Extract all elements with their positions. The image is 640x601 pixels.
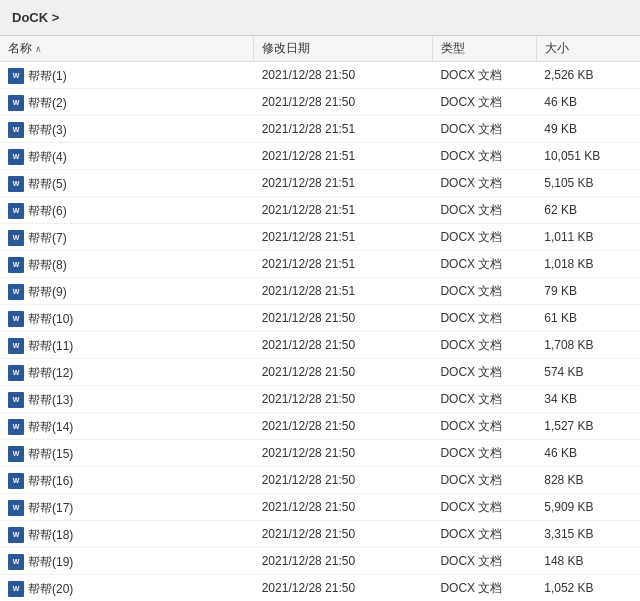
- file-type-cell: DOCX 文档: [432, 62, 536, 89]
- docx-icon: W: [8, 392, 24, 408]
- file-date-cell: 2021/12/28 21:50: [254, 332, 433, 359]
- file-name: 帮帮(8): [28, 255, 67, 275]
- file-name-cell: W帮帮(16): [0, 467, 254, 494]
- file-name-cell: W帮帮(9): [0, 278, 254, 305]
- file-size-cell: 46 KB: [536, 440, 640, 467]
- docx-icon: W: [8, 554, 24, 570]
- col-header-date[interactable]: 修改日期: [254, 36, 433, 62]
- table-row[interactable]: W帮帮(20)2021/12/28 21:50DOCX 文档1,052 KB: [0, 575, 640, 602]
- file-size-cell: 5,909 KB: [536, 494, 640, 521]
- file-date-cell: 2021/12/28 21:50: [254, 413, 433, 440]
- file-name: 帮帮(17): [28, 498, 73, 518]
- file-name-cell: W帮帮(18): [0, 521, 254, 548]
- file-name: 帮帮(2): [28, 93, 67, 113]
- file-type-cell: DOCX 文档: [432, 197, 536, 224]
- table-row[interactable]: W帮帮(3)2021/12/28 21:51DOCX 文档49 KB: [0, 116, 640, 143]
- table-row[interactable]: W帮帮(5)2021/12/28 21:51DOCX 文档5,105 KB: [0, 170, 640, 197]
- file-name: 帮帮(12): [28, 363, 73, 383]
- docx-icon: W: [8, 446, 24, 462]
- docx-icon: W: [8, 311, 24, 327]
- file-name-cell: W帮帮(3): [0, 116, 254, 143]
- docx-icon: W: [8, 473, 24, 489]
- file-type-cell: DOCX 文档: [432, 332, 536, 359]
- file-type-cell: DOCX 文档: [432, 494, 536, 521]
- file-type-cell: DOCX 文档: [432, 386, 536, 413]
- file-type-cell: DOCX 文档: [432, 116, 536, 143]
- table-row[interactable]: W帮帮(4)2021/12/28 21:51DOCX 文档10,051 KB: [0, 143, 640, 170]
- table-row[interactable]: W帮帮(1)2021/12/28 21:50DOCX 文档2,526 KB: [0, 62, 640, 89]
- file-date-cell: 2021/12/28 21:50: [254, 386, 433, 413]
- header-bar: DoCK >: [0, 0, 640, 36]
- file-name: 帮帮(4): [28, 147, 67, 167]
- docx-icon: W: [8, 284, 24, 300]
- file-name-cell: W帮帮(5): [0, 170, 254, 197]
- file-name-cell: W帮帮(19): [0, 548, 254, 575]
- table-row[interactable]: W帮帮(2)2021/12/28 21:50DOCX 文档46 KB: [0, 89, 640, 116]
- file-name: 帮帮(11): [28, 336, 73, 356]
- file-name-cell: W帮帮(17): [0, 494, 254, 521]
- file-date-cell: 2021/12/28 21:51: [254, 197, 433, 224]
- file-date-cell: 2021/12/28 21:51: [254, 170, 433, 197]
- file-size-cell: 574 KB: [536, 359, 640, 386]
- table-row[interactable]: W帮帮(13)2021/12/28 21:50DOCX 文档34 KB: [0, 386, 640, 413]
- table-row[interactable]: W帮帮(18)2021/12/28 21:50DOCX 文档3,315 KB: [0, 521, 640, 548]
- file-name-cell: W帮帮(11): [0, 332, 254, 359]
- file-size-cell: 5,105 KB: [536, 170, 640, 197]
- file-size-cell: 1,011 KB: [536, 224, 640, 251]
- col-header-type[interactable]: 类型: [432, 36, 536, 62]
- file-date-cell: 2021/12/28 21:51: [254, 251, 433, 278]
- col-header-size[interactable]: 大小: [536, 36, 640, 62]
- docx-icon: W: [8, 95, 24, 111]
- table-row[interactable]: W帮帮(14)2021/12/28 21:50DOCX 文档1,527 KB: [0, 413, 640, 440]
- file-type-cell: DOCX 文档: [432, 224, 536, 251]
- table-row[interactable]: W帮帮(9)2021/12/28 21:51DOCX 文档79 KB: [0, 278, 640, 305]
- sort-arrow-name: ∧: [35, 44, 42, 54]
- file-name: 帮帮(10): [28, 309, 73, 329]
- file-date-cell: 2021/12/28 21:50: [254, 467, 433, 494]
- file-name-cell: W帮帮(7): [0, 224, 254, 251]
- table-row[interactable]: W帮帮(8)2021/12/28 21:51DOCX 文档1,018 KB: [0, 251, 640, 278]
- table-header: 名称 ∧ 修改日期 类型 大小: [0, 36, 640, 62]
- table-row[interactable]: W帮帮(10)2021/12/28 21:50DOCX 文档61 KB: [0, 305, 640, 332]
- file-date-cell: 2021/12/28 21:51: [254, 116, 433, 143]
- file-type-cell: DOCX 文档: [432, 89, 536, 116]
- file-name: 帮帮(19): [28, 552, 73, 572]
- file-type-cell: DOCX 文档: [432, 305, 536, 332]
- file-date-cell: 2021/12/28 21:50: [254, 575, 433, 602]
- file-date-cell: 2021/12/28 21:50: [254, 359, 433, 386]
- file-table: 名称 ∧ 修改日期 类型 大小 W帮帮(1)2021/12/28 21:50DO…: [0, 36, 640, 601]
- file-size-cell: 1,052 KB: [536, 575, 640, 602]
- docx-icon: W: [8, 257, 24, 273]
- table-row[interactable]: W帮帮(19)2021/12/28 21:50DOCX 文档148 KB: [0, 548, 640, 575]
- file-type-cell: DOCX 文档: [432, 521, 536, 548]
- file-name: 帮帮(20): [28, 579, 73, 599]
- table-row[interactable]: W帮帮(16)2021/12/28 21:50DOCX 文档828 KB: [0, 467, 640, 494]
- docx-icon: W: [8, 149, 24, 165]
- header-path: DoCK >: [12, 10, 59, 25]
- file-type-cell: DOCX 文档: [432, 278, 536, 305]
- table-row[interactable]: W帮帮(17)2021/12/28 21:50DOCX 文档5,909 KB: [0, 494, 640, 521]
- table-row[interactable]: W帮帮(6)2021/12/28 21:51DOCX 文档62 KB: [0, 197, 640, 224]
- file-size-cell: 61 KB: [536, 305, 640, 332]
- file-date-cell: 2021/12/28 21:51: [254, 278, 433, 305]
- file-type-cell: DOCX 文档: [432, 440, 536, 467]
- file-size-cell: 2,526 KB: [536, 62, 640, 89]
- table-row[interactable]: W帮帮(15)2021/12/28 21:50DOCX 文档46 KB: [0, 440, 640, 467]
- file-date-cell: 2021/12/28 21:50: [254, 494, 433, 521]
- file-size-cell: 79 KB: [536, 278, 640, 305]
- file-type-cell: DOCX 文档: [432, 548, 536, 575]
- file-date-cell: 2021/12/28 21:50: [254, 305, 433, 332]
- file-type-cell: DOCX 文档: [432, 467, 536, 494]
- file-date-cell: 2021/12/28 21:50: [254, 548, 433, 575]
- table-row[interactable]: W帮帮(7)2021/12/28 21:51DOCX 文档1,011 KB: [0, 224, 640, 251]
- file-type-cell: DOCX 文档: [432, 575, 536, 602]
- file-name: 帮帮(3): [28, 120, 67, 140]
- file-type-cell: DOCX 文档: [432, 143, 536, 170]
- file-list-body: W帮帮(1)2021/12/28 21:50DOCX 文档2,526 KBW帮帮…: [0, 62, 640, 602]
- file-type-cell: DOCX 文档: [432, 359, 536, 386]
- file-name: 帮帮(5): [28, 174, 67, 194]
- file-size-cell: 3,315 KB: [536, 521, 640, 548]
- table-row[interactable]: W帮帮(11)2021/12/28 21:50DOCX 文档1,708 KB: [0, 332, 640, 359]
- table-row[interactable]: W帮帮(12)2021/12/28 21:50DOCX 文档574 KB: [0, 359, 640, 386]
- col-header-name[interactable]: 名称 ∧: [0, 36, 254, 62]
